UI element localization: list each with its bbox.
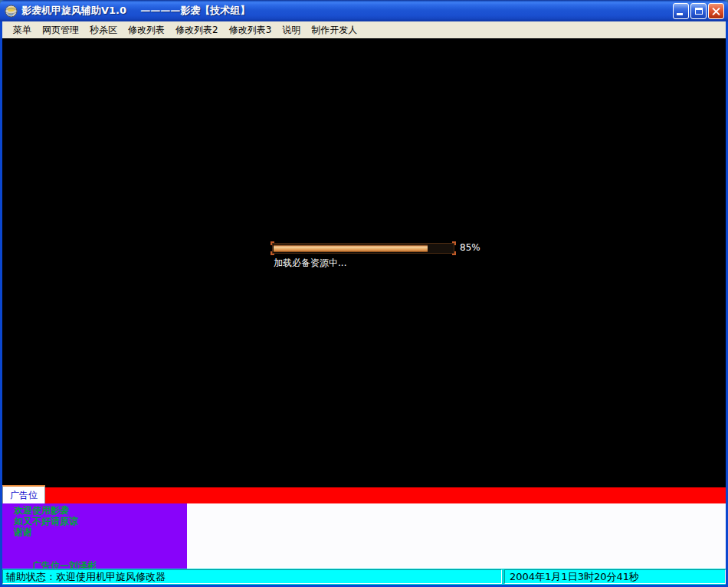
loading-progress-bar: [272, 243, 454, 254]
menubar: 菜单 网页管理 秒杀区 修改列表 修改列表2 修改列表3 说明 制作开发人: [2, 21, 726, 38]
ad-body: 欢迎使用影袭 如又不好请原谅 谢谢 广告位—刘泽彬: [2, 503, 726, 569]
ad-tab-row: 广告位: [2, 484, 726, 503]
close-button[interactable]: [708, 3, 724, 19]
ad-message-line: 谢谢: [14, 526, 187, 537]
menu-item-modify-list[interactable]: 修改列表: [123, 21, 170, 39]
menu-item-modify-list2[interactable]: 修改列表2: [170, 21, 224, 39]
minimize-button[interactable]: [673, 3, 689, 19]
loading-status-text: 加载必备资源中...: [274, 257, 346, 270]
menu-item-seckill[interactable]: 秒杀区: [84, 21, 123, 39]
menu-item-help[interactable]: 说明: [277, 21, 306, 39]
progress-fill: [274, 244, 428, 252]
globe-icon: [5, 5, 18, 18]
statusbar: 辅助状态：欢迎使用机甲旋风修改器 2004年1月1日3时20分41秒: [2, 569, 726, 585]
menu-item-credits[interactable]: 制作开发人: [306, 21, 362, 39]
app-window: 影袭机甲旋风辅助V1.0 ————影袭【技术组】 菜单 网页管理 秒杀区 修改列…: [0, 0, 728, 587]
ad-message-box: 欢迎使用影袭 如又不好请原谅 谢谢 广告位—刘泽彬: [2, 503, 187, 569]
window-frame: 菜单 网页管理 秒杀区 修改列表 修改列表2 修改列表3 说明 制作开发人 85…: [0, 21, 728, 587]
ad-message-line: 如又不好请原谅: [14, 516, 187, 526]
progress-percent: 85%: [460, 242, 480, 254]
maximize-icon: [695, 8, 703, 15]
ad-empty-area: [187, 503, 726, 569]
status-datetime: 2004年1月1日3时20分41秒: [504, 569, 726, 584]
window-title: 影袭机甲旋风辅助V1.0 ————影袭【技术组】: [21, 4, 671, 18]
maximize-button[interactable]: [690, 3, 707, 19]
tab-ad-slot[interactable]: 广告位: [2, 485, 45, 503]
ad-tab-label: 广告位: [10, 489, 38, 502]
menu-item-main[interactable]: 菜单: [8, 21, 37, 39]
titlebar: 影袭机甲旋风辅助V1.0 ————影袭【技术组】: [0, 0, 728, 21]
status-helper-text: 辅助状态：欢迎使用机甲旋风修改器: [2, 569, 502, 584]
minimize-icon: [677, 13, 683, 15]
client-area: 85% 加载必备资源中...: [2, 38, 726, 484]
menu-item-web-manage[interactable]: 网页管理: [37, 21, 84, 39]
menu-item-modify-list3[interactable]: 修改列表3: [224, 21, 277, 39]
ad-red-strip: [2, 487, 726, 503]
ad-message-line: 欢迎使用影袭: [14, 505, 187, 516]
